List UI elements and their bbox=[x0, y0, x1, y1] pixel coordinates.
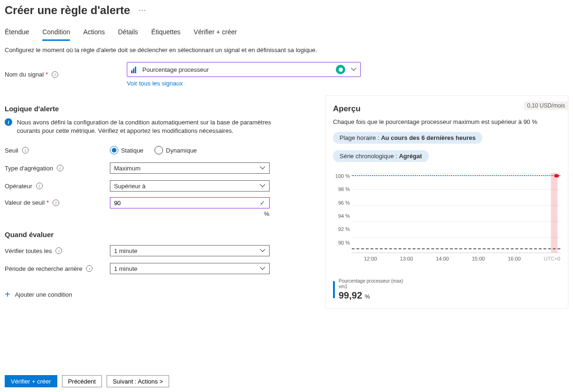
pill-time-series[interactable]: Série chronologique : Agrégat bbox=[333, 150, 429, 162]
legend-color-icon bbox=[333, 281, 335, 298]
x-tick: 15:00 bbox=[472, 256, 485, 261]
tab-etiquettes[interactable]: Étiquettes bbox=[151, 26, 180, 41]
plot-area bbox=[352, 173, 560, 253]
chart: 100 % 98 % 96 % 94 % 92 % 90 % bbox=[333, 173, 560, 272]
threshold-value-label: Valeur de seuil bbox=[5, 199, 45, 206]
chevron-down-icon bbox=[261, 184, 265, 188]
info-icon[interactable]: i bbox=[57, 165, 63, 171]
operator-value: Supérieur à bbox=[114, 183, 146, 190]
threshold-value-input[interactable] bbox=[114, 200, 255, 207]
metric-icon bbox=[131, 66, 139, 73]
chevron-down-icon bbox=[261, 266, 265, 271]
alert-band bbox=[551, 173, 558, 253]
y-tick: 100 % bbox=[333, 173, 350, 186]
threshold-label: Seuil bbox=[5, 147, 18, 154]
page-description: Configurez le moment où la règle d'alert… bbox=[5, 46, 568, 54]
tab-details[interactable]: Détails bbox=[118, 26, 138, 41]
x-tick-tz: UTC+0 bbox=[544, 256, 560, 261]
pill-time-prefix: Plage horaire : bbox=[340, 134, 381, 141]
check-every-select[interactable]: 1 minute bbox=[110, 245, 270, 256]
radio-dynamic[interactable]: Dynamique bbox=[155, 146, 197, 154]
pill-series-value: Agrégat bbox=[399, 153, 422, 160]
aggregation-select[interactable]: Maximum bbox=[110, 162, 270, 174]
tab-etendue[interactable]: Étendue bbox=[5, 26, 29, 41]
legend-name: Pourcentage processeur (max) bbox=[339, 278, 403, 284]
chevron-down-icon bbox=[352, 67, 356, 72]
threshold-line bbox=[352, 248, 560, 249]
signal-value: Pourcentage processeur bbox=[142, 66, 209, 73]
tab-verifier-creer[interactable]: Vérifier + créer bbox=[194, 26, 237, 41]
radio-checked-icon bbox=[110, 146, 118, 154]
page-title: Créer une règle d'alerte bbox=[5, 4, 130, 17]
when-heading: Quand évaluer bbox=[5, 231, 311, 238]
x-tick: 14:00 bbox=[436, 256, 449, 261]
preview-description: Chaque fois que le pourcentage processeu… bbox=[333, 118, 560, 125]
add-condition-button[interactable]: + Ajouter une condition bbox=[5, 289, 311, 300]
tab-actions[interactable]: Actions bbox=[83, 26, 105, 41]
radio-static-label: Statique bbox=[121, 147, 144, 154]
radio-unchecked-icon bbox=[155, 146, 163, 154]
add-condition-label: Ajouter une condition bbox=[15, 291, 72, 298]
x-tick: 16:00 bbox=[508, 256, 521, 261]
x-axis: 12:00 13:00 14:00 15:00 16:00 UTC+0 bbox=[352, 253, 560, 261]
x-tick: 12:00 bbox=[364, 256, 377, 261]
info-icon[interactable]: i bbox=[52, 71, 58, 78]
lookback-value: 1 minute bbox=[114, 265, 138, 272]
y-axis: 100 % 98 % 96 % 94 % 92 % 90 % bbox=[333, 173, 350, 253]
aggregation-label: Type d'agrégation bbox=[5, 165, 53, 172]
chevron-down-icon bbox=[261, 248, 265, 253]
chart-legend: Pourcentage processeur (max) vm1 99,92 % bbox=[333, 278, 560, 301]
required-mark: * bbox=[46, 199, 49, 206]
y-tick: 94 % bbox=[333, 213, 350, 226]
preview-panel: Aperçu 0,10 USD/mois Chaque fois que le … bbox=[325, 95, 568, 309]
info-icon[interactable]: i bbox=[53, 200, 59, 206]
alert-logic-heading: Logique d'alerte bbox=[5, 105, 311, 113]
see-all-signals-link[interactable]: Voir tous les signaux bbox=[127, 80, 183, 87]
chevron-down-icon bbox=[261, 166, 265, 170]
check-icon: ✓ bbox=[260, 199, 265, 207]
pill-time-value: Au cours des 6 dernières heures bbox=[381, 134, 476, 141]
y-tick: 90 % bbox=[333, 240, 350, 253]
info-icon[interactable]: i bbox=[36, 183, 43, 189]
lookback-label: Période de recherche arrière bbox=[5, 265, 82, 272]
info-icon[interactable]: i bbox=[86, 265, 93, 272]
lookback-select[interactable]: 1 minute bbox=[110, 263, 270, 274]
preview-title: Aperçu bbox=[333, 104, 361, 114]
tab-bar: Étendue Condition Actions Détails Étique… bbox=[5, 26, 568, 41]
y-tick: 98 % bbox=[333, 186, 350, 200]
check-every-value: 1 minute bbox=[114, 247, 138, 254]
pill-series-prefix: Série chronologique : bbox=[340, 153, 399, 160]
legend-sub: vm1 bbox=[339, 284, 403, 290]
info-text: Nous avons défini la configuration de la… bbox=[17, 118, 285, 135]
x-tick: 13:00 bbox=[400, 256, 413, 261]
radio-static[interactable]: Statique bbox=[110, 146, 144, 154]
radio-dynamic-label: Dynamique bbox=[166, 147, 197, 154]
y-tick: 96 % bbox=[333, 200, 350, 213]
data-line bbox=[352, 175, 560, 176]
preview-cost: 0,10 USD/mois bbox=[524, 101, 568, 110]
pill-time-range[interactable]: Plage horaire : Au cours des 6 dernières… bbox=[333, 132, 482, 144]
y-tick: 92 % bbox=[333, 226, 350, 239]
badge-icon bbox=[336, 65, 345, 74]
legend-value: 99,92 % bbox=[339, 290, 403, 301]
threshold-unit: % bbox=[110, 210, 270, 217]
signal-name-select[interactable]: Pourcentage processeur bbox=[127, 62, 361, 77]
tab-condition[interactable]: Condition bbox=[42, 26, 70, 41]
more-icon[interactable]: ··· bbox=[139, 6, 146, 15]
signal-name-label: Nom du signal bbox=[5, 71, 44, 78]
check-every-label: Vérifier toutes les bbox=[5, 247, 52, 254]
required-mark: * bbox=[46, 71, 48, 78]
operator-label: Opérateur bbox=[5, 183, 32, 190]
operator-select[interactable]: Supérieur à bbox=[110, 180, 270, 192]
aggregation-value: Maximum bbox=[114, 165, 140, 172]
info-icon: i bbox=[5, 118, 12, 126]
plus-icon: + bbox=[5, 289, 10, 300]
alert-dot-icon bbox=[554, 174, 559, 177]
info-icon[interactable]: i bbox=[22, 147, 29, 154]
info-icon[interactable]: i bbox=[55, 247, 62, 254]
